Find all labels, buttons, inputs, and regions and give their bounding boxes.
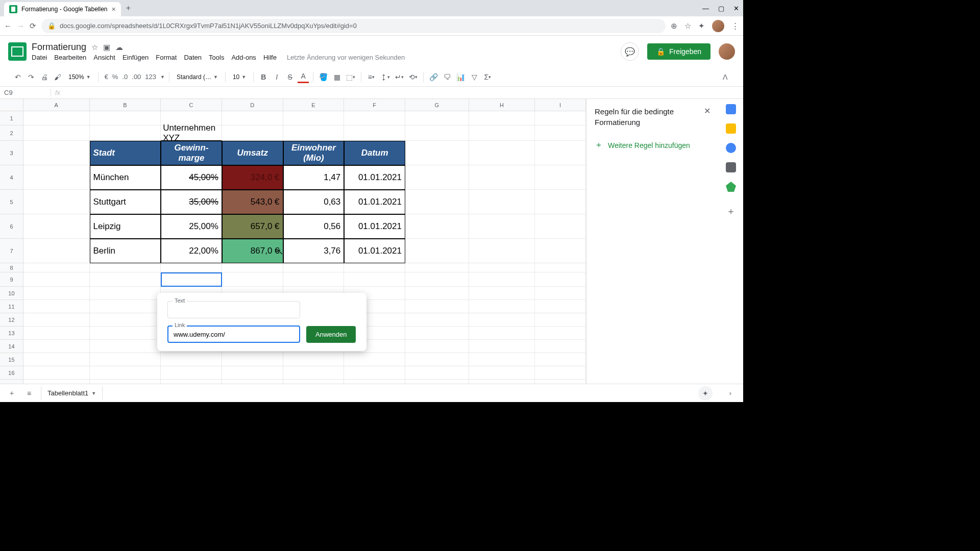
menu-format[interactable]: Format xyxy=(156,54,177,61)
menu-tools[interactable]: Tools xyxy=(209,54,224,61)
cell[interactable] xyxy=(405,353,469,366)
row-header[interactable]: 7 xyxy=(0,239,23,263)
col-header-E[interactable]: E xyxy=(283,99,345,111)
table-header[interactable]: Datum xyxy=(344,141,405,165)
cell[interactable] xyxy=(469,141,535,165)
cell[interactable] xyxy=(90,327,161,340)
cell[interactable] xyxy=(283,366,345,380)
cell[interactable] xyxy=(405,141,469,165)
cell[interactable] xyxy=(23,366,90,380)
row-header[interactable]: 1 xyxy=(0,111,23,126)
cell[interactable] xyxy=(90,126,161,141)
col-header-H[interactable]: H xyxy=(469,99,535,111)
cell[interactable] xyxy=(90,380,161,384)
row-header[interactable]: 11 xyxy=(0,300,23,313)
cell[interactable] xyxy=(469,313,535,327)
cell[interactable] xyxy=(535,165,586,190)
cell[interactable] xyxy=(23,263,90,272)
maps-icon[interactable] xyxy=(726,182,736,192)
text-color-button[interactable]: A xyxy=(298,71,309,83)
cell[interactable] xyxy=(535,126,586,141)
menu-daten[interactable]: Daten xyxy=(184,54,202,61)
row-header[interactable]: 10 xyxy=(0,287,23,300)
wrap-button[interactable]: ↵▾ xyxy=(394,71,405,83)
cell[interactable] xyxy=(283,263,345,272)
cloud-status-icon[interactable]: ☁ xyxy=(115,43,123,52)
cell[interactable] xyxy=(535,327,586,340)
row-header[interactable]: 15 xyxy=(0,353,23,366)
cell[interactable] xyxy=(469,214,535,239)
cell[interactable] xyxy=(405,366,469,380)
document-title[interactable]: Formatierung xyxy=(32,42,86,53)
last-edit-text[interactable]: Letzte Änderung vor wenigen Sekunden xyxy=(287,54,405,61)
cell[interactable] xyxy=(535,380,586,384)
undo-button[interactable]: ↶ xyxy=(12,71,23,83)
cell-umsatz[interactable]: 657,0 € xyxy=(222,214,283,239)
format-%-button[interactable]: % xyxy=(110,73,120,81)
cell[interactable] xyxy=(405,380,469,384)
cell[interactable] xyxy=(23,340,90,353)
cell-stadt[interactable]: München xyxy=(90,165,161,190)
cell[interactable] xyxy=(469,380,535,384)
cell[interactable] xyxy=(23,190,90,214)
cell-datum[interactable]: 01.01.2021 xyxy=(344,214,405,239)
cell[interactable] xyxy=(405,340,469,353)
row-header[interactable]: 5 xyxy=(0,190,23,214)
cell-umsatz[interactable]: 543,0 € xyxy=(222,190,283,214)
table-header[interactable]: Gewinn- marge xyxy=(161,141,222,165)
star-icon[interactable]: ☆ xyxy=(684,21,691,31)
row-header[interactable]: 17 xyxy=(0,380,23,384)
row-header[interactable]: 16 xyxy=(0,366,23,380)
col-header-C[interactable]: C xyxy=(161,99,222,111)
add-sheet-button[interactable]: ＋ xyxy=(6,387,17,399)
cell[interactable] xyxy=(344,353,405,366)
profile-avatar-icon[interactable] xyxy=(712,20,724,32)
cell[interactable] xyxy=(405,263,469,272)
reload-button[interactable]: ⟳ xyxy=(30,21,36,31)
bold-button[interactable]: B xyxy=(258,71,269,83)
all-sheets-button[interactable]: ≡ xyxy=(23,387,35,399)
paint-format-button[interactable]: 🖌 xyxy=(52,71,63,83)
col-header-I[interactable]: I xyxy=(535,99,586,111)
cell[interactable] xyxy=(535,239,586,263)
borders-button[interactable]: ▦ xyxy=(331,71,342,83)
cell[interactable] xyxy=(90,287,161,300)
cell[interactable] xyxy=(469,272,535,287)
col-header-A[interactable]: A xyxy=(23,99,90,111)
row-header[interactable]: 12 xyxy=(0,313,23,327)
table-header[interactable]: Umsatz xyxy=(222,141,283,165)
cell[interactable] xyxy=(90,353,161,366)
cell[interactable] xyxy=(344,366,405,380)
row-header[interactable]: 13 xyxy=(0,327,23,340)
share-button[interactable]: 🔒 Freigeben xyxy=(647,43,710,60)
cell[interactable] xyxy=(469,366,535,380)
cell[interactable] xyxy=(469,287,535,300)
cell[interactable] xyxy=(469,300,535,313)
cell[interactable] xyxy=(535,272,586,287)
menu-datei[interactable]: Datei xyxy=(32,54,47,61)
cell[interactable] xyxy=(23,287,90,300)
name-box[interactable]: C9 xyxy=(0,89,51,96)
cell[interactable] xyxy=(23,327,90,340)
italic-button[interactable]: I xyxy=(271,71,282,83)
table-header[interactable]: Einwohner (Mio) xyxy=(283,141,345,165)
row-header[interactable]: 9 xyxy=(0,272,23,287)
cell[interactable] xyxy=(161,366,222,380)
comments-button[interactable]: 💬 xyxy=(621,42,639,61)
sheet-tab-menu-icon[interactable]: ▼ xyxy=(91,391,96,396)
cell[interactable] xyxy=(344,263,405,272)
cell[interactable] xyxy=(535,313,586,327)
cell-datum[interactable]: 01.01.2021 xyxy=(344,239,405,263)
cell[interactable] xyxy=(405,214,469,239)
format-€-button[interactable]: € xyxy=(103,73,110,81)
menu-ansicht[interactable]: Ansicht xyxy=(93,54,115,61)
cell[interactable] xyxy=(469,126,535,141)
row-header[interactable]: 8 xyxy=(0,263,23,272)
redo-button[interactable]: ↷ xyxy=(26,71,37,83)
cell[interactable] xyxy=(535,263,586,272)
menu-add-ons[interactable]: Add-ons xyxy=(231,54,256,61)
cell[interactable] xyxy=(23,111,90,126)
browser-tab[interactable]: Formatierung - Google Tabellen × xyxy=(4,2,121,16)
menu-einfügen[interactable]: Einfügen xyxy=(122,54,149,61)
link-button[interactable]: 🔗 xyxy=(428,71,439,83)
